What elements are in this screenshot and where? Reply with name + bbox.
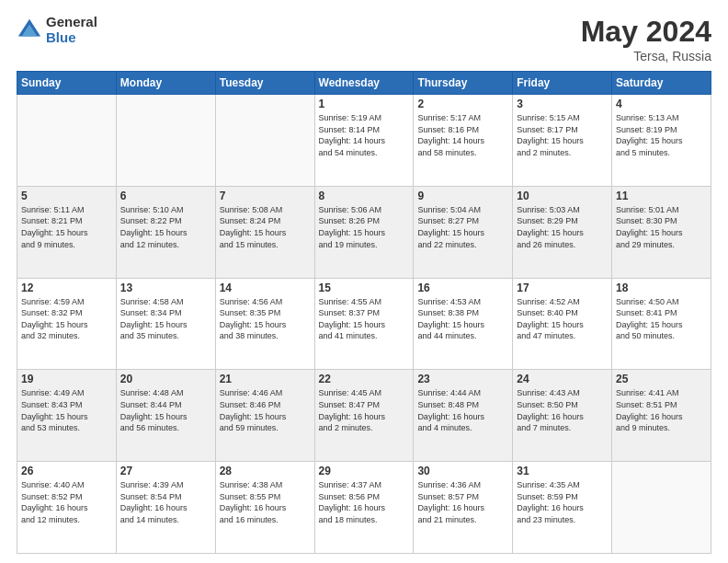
header-thursday: Thursday [414,72,513,95]
day-number: 25 [616,373,707,385]
day-info: Sunrise: 4:35 AM Sunset: 8:59 PM Dayligh… [517,479,608,525]
day-info: Sunrise: 4:49 AM Sunset: 8:43 PM Dayligh… [21,387,112,433]
table-row: 26Sunrise: 4:40 AM Sunset: 8:52 PM Dayli… [17,462,117,554]
day-info: Sunrise: 4:44 AM Sunset: 8:48 PM Dayligh… [417,387,508,433]
day-info: Sunrise: 4:59 AM Sunset: 8:32 PM Dayligh… [21,296,112,342]
day-info: Sunrise: 4:39 AM Sunset: 8:54 PM Dayligh… [120,479,211,525]
day-number: 16 [417,282,508,294]
day-number: 18 [616,282,707,294]
day-info: Sunrise: 5:19 AM Sunset: 8:14 PM Dayligh… [319,112,410,158]
day-info: Sunrise: 4:53 AM Sunset: 8:38 PM Dayligh… [417,296,508,342]
day-info: Sunrise: 4:56 AM Sunset: 8:35 PM Dayligh… [220,296,311,342]
logo-general-text: General [46,15,97,30]
table-row: 16Sunrise: 4:53 AM Sunset: 8:38 PM Dayli… [414,278,513,370]
table-row: 22Sunrise: 4:45 AM Sunset: 8:47 PM Dayli… [314,370,414,462]
calendar-row: 5Sunrise: 5:11 AM Sunset: 8:21 PM Daylig… [17,186,711,278]
day-number: 3 [517,98,608,110]
logo-text: General Blue [46,15,97,45]
header-saturday: Saturday [612,72,711,95]
day-number: 30 [417,465,508,477]
table-row: 11Sunrise: 5:01 AM Sunset: 8:30 PM Dayli… [612,186,711,278]
logo-icon [17,17,42,43]
day-number: 19 [21,373,112,385]
table-row: 7Sunrise: 5:08 AM Sunset: 8:24 PM Daylig… [215,186,314,278]
day-number: 22 [319,373,410,385]
calendar-row: 26Sunrise: 4:40 AM Sunset: 8:52 PM Dayli… [17,462,711,554]
day-number: 11 [616,190,707,202]
table-row: 15Sunrise: 4:55 AM Sunset: 8:37 PM Dayli… [314,278,414,370]
day-number: 27 [120,465,211,477]
header-sunday: Sunday [17,72,117,95]
day-number: 1 [319,98,410,110]
day-info: Sunrise: 5:08 AM Sunset: 8:24 PM Dayligh… [220,204,311,250]
table-row: 4Sunrise: 5:13 AM Sunset: 8:19 PM Daylig… [612,95,711,187]
table-row: 18Sunrise: 4:50 AM Sunset: 8:41 PM Dayli… [612,278,711,370]
day-info: Sunrise: 4:45 AM Sunset: 8:47 PM Dayligh… [319,387,410,433]
day-number: 4 [616,98,707,110]
day-number: 5 [21,190,112,202]
table-row [215,95,314,187]
day-number: 26 [21,465,112,477]
day-info: Sunrise: 4:40 AM Sunset: 8:52 PM Dayligh… [21,479,112,525]
header-friday: Friday [513,72,612,95]
day-info: Sunrise: 4:55 AM Sunset: 8:37 PM Dayligh… [319,296,410,342]
day-info: Sunrise: 4:36 AM Sunset: 8:57 PM Dayligh… [417,479,508,525]
table-row: 31Sunrise: 4:35 AM Sunset: 8:59 PM Dayli… [513,462,612,554]
day-number: 6 [120,190,211,202]
calendar-row: 12Sunrise: 4:59 AM Sunset: 8:32 PM Dayli… [17,278,711,370]
day-number: 8 [319,190,410,202]
table-row: 29Sunrise: 4:37 AM Sunset: 8:56 PM Dayli… [314,462,414,554]
day-info: Sunrise: 5:10 AM Sunset: 8:22 PM Dayligh… [120,204,211,250]
table-row: 21Sunrise: 4:46 AM Sunset: 8:46 PM Dayli… [215,370,314,462]
day-number: 17 [517,282,608,294]
table-row: 24Sunrise: 4:43 AM Sunset: 8:50 PM Dayli… [513,370,612,462]
page: General Blue May 2024 Tersa, Russia Sund… [0,0,728,563]
day-info: Sunrise: 4:41 AM Sunset: 8:51 PM Dayligh… [616,387,707,433]
title-block: May 2024 Tersa, Russia [581,15,711,63]
table-row: 8Sunrise: 5:06 AM Sunset: 8:26 PM Daylig… [314,186,414,278]
logo-blue-text: Blue [46,30,97,46]
day-number: 10 [517,190,608,202]
day-info: Sunrise: 5:06 AM Sunset: 8:26 PM Dayligh… [319,204,410,250]
table-row: 17Sunrise: 4:52 AM Sunset: 8:40 PM Dayli… [513,278,612,370]
day-info: Sunrise: 4:38 AM Sunset: 8:55 PM Dayligh… [220,479,311,525]
table-row: 28Sunrise: 4:38 AM Sunset: 8:55 PM Dayli… [215,462,314,554]
day-info: Sunrise: 4:58 AM Sunset: 8:34 PM Dayligh… [120,296,211,342]
calendar: Sunday Monday Tuesday Wednesday Thursday… [17,71,711,554]
table-row: 19Sunrise: 4:49 AM Sunset: 8:43 PM Dayli… [17,370,117,462]
table-row: 6Sunrise: 5:10 AM Sunset: 8:22 PM Daylig… [116,186,215,278]
table-row: 25Sunrise: 4:41 AM Sunset: 8:51 PM Dayli… [612,370,711,462]
day-number: 2 [417,98,508,110]
calendar-row: 1Sunrise: 5:19 AM Sunset: 8:14 PM Daylig… [17,95,711,187]
day-info: Sunrise: 4:46 AM Sunset: 8:46 PM Dayligh… [220,387,311,433]
table-row: 9Sunrise: 5:04 AM Sunset: 8:27 PM Daylig… [414,186,513,278]
table-row: 23Sunrise: 4:44 AM Sunset: 8:48 PM Dayli… [414,370,513,462]
table-row: 12Sunrise: 4:59 AM Sunset: 8:32 PM Dayli… [17,278,117,370]
day-number: 24 [517,373,608,385]
day-info: Sunrise: 4:43 AM Sunset: 8:50 PM Dayligh… [517,387,608,433]
table-row: 13Sunrise: 4:58 AM Sunset: 8:34 PM Dayli… [116,278,215,370]
table-row: 14Sunrise: 4:56 AM Sunset: 8:35 PM Dayli… [215,278,314,370]
day-number: 15 [319,282,410,294]
weekday-header-row: Sunday Monday Tuesday Wednesday Thursday… [17,72,711,95]
table-row: 10Sunrise: 5:03 AM Sunset: 8:29 PM Dayli… [513,186,612,278]
logo: General Blue [17,15,97,45]
day-info: Sunrise: 5:01 AM Sunset: 8:30 PM Dayligh… [616,204,707,250]
calendar-row: 19Sunrise: 4:49 AM Sunset: 8:43 PM Dayli… [17,370,711,462]
day-info: Sunrise: 4:37 AM Sunset: 8:56 PM Dayligh… [319,479,410,525]
header: General Blue May 2024 Tersa, Russia [17,15,711,63]
table-row: 5Sunrise: 5:11 AM Sunset: 8:21 PM Daylig… [17,186,117,278]
title-month: May 2024 [581,15,711,49]
header-wednesday: Wednesday [314,72,414,95]
day-number: 23 [417,373,508,385]
day-info: Sunrise: 5:17 AM Sunset: 8:16 PM Dayligh… [417,112,508,158]
day-number: 28 [220,465,311,477]
day-number: 29 [319,465,410,477]
day-info: Sunrise: 4:48 AM Sunset: 8:44 PM Dayligh… [120,387,211,433]
day-info: Sunrise: 4:50 AM Sunset: 8:41 PM Dayligh… [616,296,707,342]
day-number: 7 [220,190,311,202]
day-info: Sunrise: 5:03 AM Sunset: 8:29 PM Dayligh… [517,204,608,250]
header-monday: Monday [116,72,215,95]
table-row: 30Sunrise: 4:36 AM Sunset: 8:57 PM Dayli… [414,462,513,554]
header-tuesday: Tuesday [215,72,314,95]
